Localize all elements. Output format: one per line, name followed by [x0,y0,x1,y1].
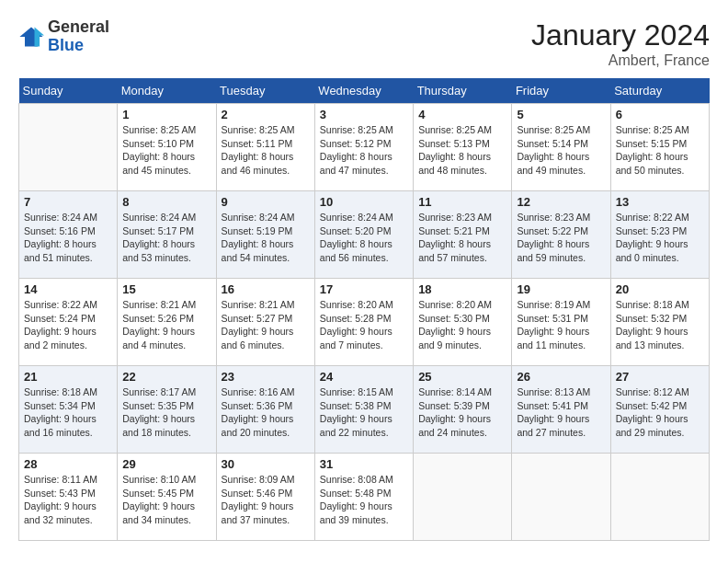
day-number: 2 [222,108,310,121]
calendar-cell: 23Sunrise: 8:16 AMSunset: 5:36 PMDayligh… [216,366,314,454]
day-number: 17 [320,282,408,296]
day-number: 31 [320,457,408,471]
day-info: Sunrise: 8:21 AMSunset: 5:26 PMDaylight:… [122,298,210,352]
day-number: 22 [122,370,210,384]
day-info: Sunrise: 8:19 AMSunset: 5:31 PMDaylight:… [517,298,605,352]
logo-general-text: General [48,17,109,36]
day-number: 14 [24,282,112,296]
calendar-cell: 10Sunrise: 8:24 AMSunset: 5:20 PMDayligh… [314,191,413,279]
calendar-cell: 13Sunrise: 8:22 AMSunset: 5:23 PMDayligh… [610,191,709,279]
calendar-cell: 31Sunrise: 8:08 AMSunset: 5:48 PMDayligh… [314,454,413,541]
day-info: Sunrise: 8:24 AMSunset: 5:16 PMDaylight:… [24,211,112,265]
day-info: Sunrise: 8:25 AMSunset: 5:14 PMDaylight:… [517,123,605,178]
calendar-table: SundayMondayTuesdayWednesdayThursdayFrid… [18,78,710,541]
calendar-cell: 21Sunrise: 8:18 AMSunset: 5:34 PMDayligh… [19,366,118,454]
day-number: 24 [320,370,408,384]
day-info: Sunrise: 8:08 AMSunset: 5:48 PMDaylight:… [320,473,408,527]
day-info: Sunrise: 8:23 AMSunset: 5:21 PMDaylight:… [418,211,506,265]
logo-blue-text: Blue [48,36,84,54]
title-block: January 2024 Ambert, France [531,18,710,69]
calendar-cell: 11Sunrise: 8:23 AMSunset: 5:21 PMDayligh… [414,191,512,279]
day-number: 26 [517,370,605,384]
calendar-cell: 9Sunrise: 8:24 AMSunset: 5:19 PMDaylight… [216,191,314,279]
day-info: Sunrise: 8:20 AMSunset: 5:30 PMDaylight:… [418,298,506,352]
day-number: 15 [122,282,210,296]
calendar-cell: 1Sunrise: 8:25 AMSunset: 5:10 PMDaylight… [118,104,216,191]
day-number: 10 [320,195,408,209]
calendar-cell: 30Sunrise: 8:09 AMSunset: 5:46 PMDayligh… [216,454,314,541]
calendar-cell: 3Sunrise: 8:25 AMSunset: 5:12 PMDaylight… [314,104,413,191]
calendar-cell: 26Sunrise: 8:13 AMSunset: 5:41 PMDayligh… [512,366,610,454]
day-info: Sunrise: 8:21 AMSunset: 5:27 PMDaylight:… [222,298,310,352]
day-info: Sunrise: 8:13 AMSunset: 5:41 PMDaylight:… [517,385,605,440]
column-header-friday: Friday [512,78,610,104]
calendar-cell: 7Sunrise: 8:24 AMSunset: 5:16 PMDaylight… [19,191,118,279]
calendar-cell: 22Sunrise: 8:17 AMSunset: 5:35 PMDayligh… [118,366,216,454]
week-row-4: 21Sunrise: 8:18 AMSunset: 5:34 PMDayligh… [19,366,710,454]
calendar-cell [512,454,610,541]
calendar-cell: 15Sunrise: 8:21 AMSunset: 5:26 PMDayligh… [118,279,216,366]
day-info: Sunrise: 8:24 AMSunset: 5:19 PMDaylight:… [222,211,310,265]
week-row-5: 28Sunrise: 8:11 AMSunset: 5:43 PMDayligh… [19,454,710,541]
day-number: 5 [517,108,605,121]
calendar-cell: 14Sunrise: 8:22 AMSunset: 5:24 PMDayligh… [19,279,118,366]
calendar-cell: 28Sunrise: 8:11 AMSunset: 5:43 PMDayligh… [19,454,118,541]
day-number: 27 [616,370,704,384]
day-info: Sunrise: 8:22 AMSunset: 5:23 PMDaylight:… [616,211,704,265]
calendar-cell: 20Sunrise: 8:18 AMSunset: 5:32 PMDayligh… [610,279,709,366]
column-header-wednesday: Wednesday [314,78,413,104]
day-info: Sunrise: 8:25 AMSunset: 5:13 PMDaylight:… [418,123,506,178]
calendar-cell: 27Sunrise: 8:12 AMSunset: 5:42 PMDayligh… [610,366,709,454]
day-number: 8 [122,195,210,209]
day-number: 20 [616,282,704,296]
column-header-tuesday: Tuesday [216,78,314,104]
day-number: 28 [24,457,112,471]
day-info: Sunrise: 8:25 AMSunset: 5:12 PMDaylight:… [320,123,408,178]
day-info: Sunrise: 8:14 AMSunset: 5:39 PMDaylight:… [418,385,506,440]
calendar-cell: 25Sunrise: 8:14 AMSunset: 5:39 PMDayligh… [414,366,512,454]
day-number: 13 [616,195,704,209]
day-info: Sunrise: 8:24 AMSunset: 5:17 PMDaylight:… [122,211,210,265]
column-header-saturday: Saturday [610,78,709,104]
calendar-header-row: SundayMondayTuesdayWednesdayThursdayFrid… [19,78,710,104]
day-info: Sunrise: 8:25 AMSunset: 5:11 PMDaylight:… [222,123,310,178]
day-number: 18 [418,282,506,296]
calendar-cell: 18Sunrise: 8:20 AMSunset: 5:30 PMDayligh… [414,279,512,366]
day-number: 1 [122,108,210,121]
day-info: Sunrise: 8:25 AMSunset: 5:10 PMDaylight:… [122,123,210,178]
day-info: Sunrise: 8:20 AMSunset: 5:28 PMDaylight:… [320,298,408,352]
day-info: Sunrise: 8:22 AMSunset: 5:24 PMDaylight:… [24,298,112,352]
calendar-cell: 2Sunrise: 8:25 AMSunset: 5:11 PMDaylight… [216,104,314,191]
day-info: Sunrise: 8:18 AMSunset: 5:34 PMDaylight:… [24,385,112,440]
day-info: Sunrise: 8:12 AMSunset: 5:42 PMDaylight:… [616,385,704,440]
calendar-cell: 5Sunrise: 8:25 AMSunset: 5:14 PMDaylight… [512,104,610,191]
day-number: 12 [517,195,605,209]
day-number: 23 [222,370,310,384]
day-info: Sunrise: 8:23 AMSunset: 5:22 PMDaylight:… [517,211,605,265]
day-number: 29 [122,457,210,471]
day-number: 3 [320,108,408,121]
column-header-thursday: Thursday [414,78,512,104]
calendar-cell [414,454,512,541]
calendar-cell: 19Sunrise: 8:19 AMSunset: 5:31 PMDayligh… [512,279,610,366]
calendar-cell [610,454,709,541]
day-number: 7 [24,195,112,209]
day-number: 30 [222,457,310,471]
calendar-cell: 4Sunrise: 8:25 AMSunset: 5:13 PMDaylight… [414,104,512,191]
column-header-monday: Monday [118,78,216,104]
calendar-cell: 8Sunrise: 8:24 AMSunset: 5:17 PMDaylight… [118,191,216,279]
day-info: Sunrise: 8:15 AMSunset: 5:38 PMDaylight:… [320,385,408,440]
week-row-3: 14Sunrise: 8:22 AMSunset: 5:24 PMDayligh… [19,279,710,366]
location: Ambert, France [531,52,710,69]
month-title: January 2024 [531,18,710,52]
day-number: 19 [517,282,605,296]
day-number: 4 [418,108,506,121]
day-number: 11 [418,195,506,209]
calendar-cell: 16Sunrise: 8:21 AMSunset: 5:27 PMDayligh… [216,279,314,366]
day-info: Sunrise: 8:09 AMSunset: 5:46 PMDaylight:… [222,473,310,527]
week-row-2: 7Sunrise: 8:24 AMSunset: 5:16 PMDaylight… [19,191,710,279]
day-number: 9 [222,195,310,209]
calendar-cell [19,104,118,191]
day-info: Sunrise: 8:24 AMSunset: 5:20 PMDaylight:… [320,211,408,265]
day-number: 21 [24,370,112,384]
